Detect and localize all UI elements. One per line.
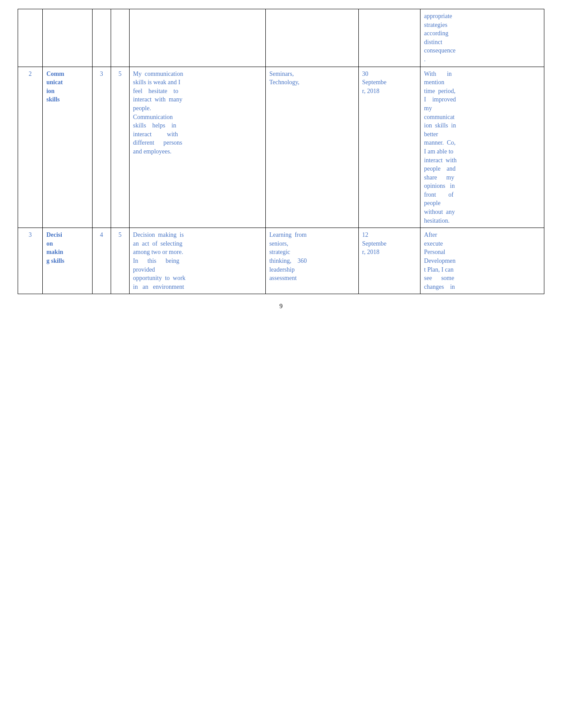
table-row: 2 Communicationskills 3 5 My communicati… [18, 67, 544, 228]
col8-line: . [424, 55, 540, 64]
cell-col6 [265, 9, 358, 67]
cell-col6: Seminars, Technology, [265, 67, 358, 228]
table-row: 3 Decisionmaking skills 4 5 Decision mak… [18, 228, 544, 294]
cell-num: 2 [18, 67, 43, 228]
cell-col3 [92, 9, 111, 67]
cell-col8: appropriate strategies according distinc… [421, 9, 544, 67]
cell-col3: 4 [92, 228, 111, 294]
table-row: appropriate strategies according distinc… [18, 9, 544, 67]
cell-col8: After execute Personal Developmen t Plan… [421, 228, 544, 294]
col8-line: strategies [424, 21, 540, 30]
cell-col7: 12 Septembe r, 2018 [358, 228, 420, 294]
cell-col5 [129, 9, 265, 67]
main-table: appropriate strategies according distinc… [18, 9, 544, 294]
cell-title: Communicationskills [43, 67, 92, 228]
cell-col8: With in mention time period, I improved … [421, 67, 544, 228]
page-number: 9 [18, 303, 544, 310]
cell-col3: 3 [92, 67, 111, 228]
cell-title: Decisionmaking skills [43, 228, 92, 294]
col8-line: consequence [424, 46, 540, 55]
col8-line: according [424, 29, 540, 38]
cell-title [43, 9, 92, 67]
cell-col7: 30 Septembe r, 2018 [358, 67, 420, 228]
cell-col4: 5 [111, 67, 129, 228]
cell-col6: Learning from seniors, strategic thinkin… [265, 228, 358, 294]
cell-num: 3 [18, 228, 43, 294]
cell-col5: Decision making is an act of selecting a… [129, 228, 265, 294]
col8-line: appropriate [424, 12, 540, 21]
cell-num [18, 9, 43, 67]
page-container: appropriate strategies according distinc… [18, 9, 544, 310]
cell-col7 [358, 9, 420, 67]
col8-line: distinct [424, 38, 540, 47]
cell-col5: My communication skills is weak and I fe… [129, 67, 265, 228]
cell-col4 [111, 9, 129, 67]
cell-col4: 5 [111, 228, 129, 294]
